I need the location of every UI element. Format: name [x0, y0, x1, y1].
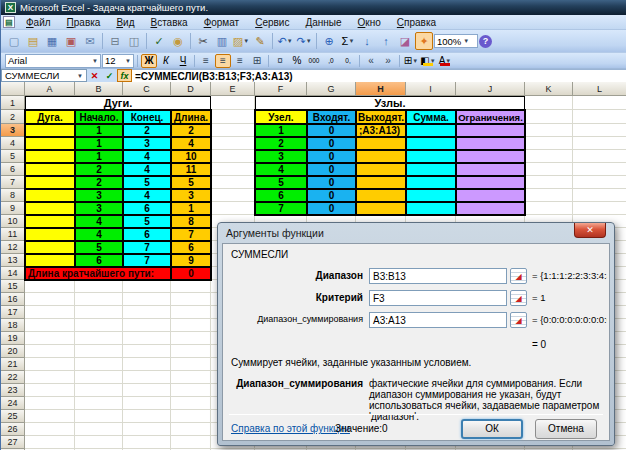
undo-icon[interactable]: ↶▼	[276, 32, 294, 50]
cell-J4[interactable]	[456, 137, 525, 150]
row-header-5[interactable]: 5	[1, 150, 25, 163]
cell-E4[interactable]	[211, 137, 255, 150]
cell-G6[interactable]: 0	[307, 163, 356, 176]
column-header-I[interactable]: I	[406, 82, 456, 96]
cell-B11[interactable]: 4	[75, 228, 123, 241]
cell-C18[interactable]	[123, 319, 171, 332]
cell-L9[interactable]	[573, 202, 626, 215]
menu-item-вид[interactable]: Вид	[109, 16, 141, 29]
cell-H3[interactable]: ;A3:A13)	[356, 124, 406, 137]
cell-I4[interactable]	[406, 137, 456, 150]
cell-L6[interactable]	[573, 163, 626, 176]
cell-J9[interactable]	[456, 202, 525, 215]
cell-C26[interactable]	[123, 423, 171, 436]
cell-L1[interactable]	[573, 96, 626, 110]
cell-D8[interactable]: 3	[171, 189, 211, 202]
cell-H2[interactable]: Выходят.	[356, 110, 406, 124]
cell-C27[interactable]	[123, 436, 171, 449]
cell-A9[interactable]	[25, 202, 75, 215]
row-header-15[interactable]: 15	[1, 280, 25, 293]
cell-D23[interactable]	[171, 384, 211, 397]
cell-C21[interactable]	[123, 358, 171, 371]
cell-D13[interactable]: 9	[171, 254, 211, 267]
row-header-27[interactable]: 27	[1, 436, 25, 449]
copy-icon[interactable]: ▥	[213, 32, 231, 50]
paste-icon[interactable]: ▨▼	[232, 32, 250, 50]
cell-C8[interactable]: 4	[123, 189, 171, 202]
print-preview-icon[interactable]: ◫	[125, 32, 143, 50]
save-icon[interactable]: ▦	[43, 32, 61, 50]
cell-A18[interactable]	[25, 319, 75, 332]
cut-icon[interactable]: ✂	[194, 32, 212, 50]
cell-D9[interactable]: 1	[171, 202, 211, 215]
cell-C17[interactable]	[123, 306, 171, 319]
column-header-H[interactable]: H	[356, 82, 406, 96]
email-icon[interactable]: ✉	[81, 32, 99, 50]
cell-C9[interactable]: 6	[123, 202, 171, 215]
cell-D22[interactable]	[171, 371, 211, 384]
cell-A10[interactable]	[25, 215, 75, 228]
menu-item-данные[interactable]: Данные	[298, 16, 348, 29]
formula-input[interactable]: =СУММЕСЛИ(B3:B13;F3;A3:A13)	[132, 69, 626, 82]
range-picker-button[interactable]: ◢	[510, 290, 527, 306]
cell-D26[interactable]	[171, 423, 211, 436]
cell-K6[interactable]	[525, 163, 573, 176]
cell-E1[interactable]	[211, 96, 255, 110]
font-color-icon[interactable]: А▼	[437, 54, 453, 68]
grid-corner[interactable]	[1, 82, 25, 96]
cell-D11[interactable]: 7	[171, 228, 211, 241]
cell-A6[interactable]	[25, 163, 75, 176]
cell-I8[interactable]	[406, 189, 456, 202]
cell-K3[interactable]	[525, 124, 573, 137]
cell-C11[interactable]: 6	[123, 228, 171, 241]
cell-A11[interactable]	[25, 228, 75, 241]
decrease-indent-icon[interactable]: «	[363, 54, 379, 68]
redo-icon[interactable]: ↷▼	[295, 32, 313, 50]
menu-item-правка[interactable]: Правка	[60, 16, 108, 29]
cell-A13[interactable]	[25, 254, 75, 267]
cell-E3[interactable]	[211, 124, 255, 137]
column-header-L[interactable]: L	[573, 82, 626, 96]
row-header-25[interactable]: 25	[1, 410, 25, 423]
cell-B3[interactable]: 1	[75, 124, 123, 137]
cell-B8[interactable]: 3	[75, 189, 123, 202]
cell-B13[interactable]: 6	[75, 254, 123, 267]
cell-D17[interactable]	[171, 306, 211, 319]
cell-G7[interactable]: 0	[307, 176, 356, 189]
cell-C2[interactable]: Конец.	[123, 110, 171, 124]
font-name-select[interactable]: Arial▼	[5, 54, 101, 68]
cell-C7[interactable]: 5	[123, 176, 171, 189]
cell-A17[interactable]	[25, 306, 75, 319]
name-box-dropdown-icon[interactable]: ▼	[77, 73, 83, 79]
cell-J2[interactable]: Ограничения.	[456, 110, 525, 124]
cell-G2[interactable]: Входят.	[307, 110, 356, 124]
currency-style-icon[interactable]: ¤	[272, 54, 288, 68]
cell-L5[interactable]	[573, 150, 626, 163]
cell-I7[interactable]	[406, 176, 456, 189]
cell-J6[interactable]	[456, 163, 525, 176]
column-header-G[interactable]: G	[307, 82, 356, 96]
cell-K2[interactable]	[525, 110, 573, 124]
cancel-button[interactable]: Отмена	[535, 419, 597, 439]
row-header-3[interactable]: 3	[1, 124, 25, 137]
cell-E7[interactable]	[211, 176, 255, 189]
cell-L3[interactable]	[573, 124, 626, 137]
cell-E2[interactable]	[211, 110, 255, 124]
borders-icon[interactable]: ⊞▼	[403, 54, 419, 68]
cell-B10[interactable]: 4	[75, 215, 123, 228]
cell-B5[interactable]: 1	[75, 150, 123, 163]
cell-I9[interactable]	[406, 202, 456, 215]
chart-wizard-icon[interactable]: ◪	[396, 32, 414, 50]
cell-J5[interactable]	[456, 150, 525, 163]
cell-K1[interactable]	[525, 96, 573, 110]
menu-item-сервис[interactable]: Сервис	[248, 16, 296, 29]
autosum-icon[interactable]: Σ▼	[339, 32, 357, 50]
align-right-icon[interactable]: ≡	[232, 54, 248, 68]
column-header-K[interactable]: K	[525, 82, 573, 96]
row-header-6[interactable]: 6	[1, 163, 25, 176]
cell-G3[interactable]: 0	[307, 124, 356, 137]
cell-B15[interactable]	[75, 280, 123, 293]
cell-F7[interactable]: 5	[255, 176, 307, 189]
cell-K7[interactable]	[525, 176, 573, 189]
cell-B26[interactable]	[75, 423, 123, 436]
